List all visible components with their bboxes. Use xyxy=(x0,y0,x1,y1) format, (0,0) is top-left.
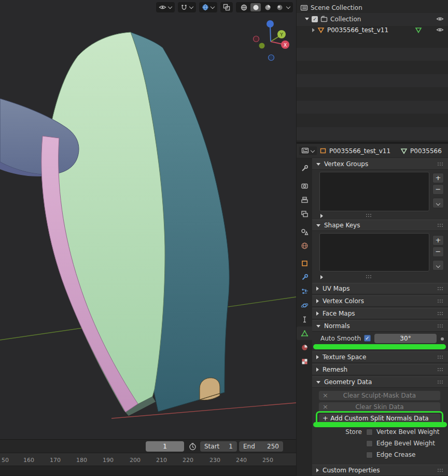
panel-drag-grip[interactable] xyxy=(438,368,444,372)
panel-header-normals[interactable]: Normals xyxy=(312,320,448,332)
mesh-object[interactable] xyxy=(0,32,229,416)
shading-solid-button[interactable] xyxy=(250,3,261,11)
panel-drag-grip[interactable] xyxy=(438,355,444,359)
panel-header-texture-space[interactable]: Texture Space xyxy=(312,351,448,363)
shape-key-add-button[interactable]: + xyxy=(432,235,444,246)
collection-row[interactable]: ✓ Collection xyxy=(297,13,448,24)
shading-dropdown[interactable] xyxy=(286,5,290,9)
timeline-editor[interactable]: 1 Start 1 End 250 50 160 170 180 190 200… xyxy=(0,439,296,476)
tab-output[interactable] xyxy=(297,193,312,207)
collection-checkbox[interactable]: ✓ xyxy=(312,16,318,22)
edge-crease-checkbox[interactable] xyxy=(366,452,373,458)
navigation-gizmo[interactable]: Y X xyxy=(254,20,290,61)
panel-drag-grip[interactable] xyxy=(438,299,444,303)
vertex-group-specials-button[interactable] xyxy=(432,198,444,208)
frame-start-field[interactable]: Start 1 xyxy=(200,441,237,452)
panel-header-custom-properties[interactable]: Custom Properties xyxy=(312,465,448,476)
shape-keys-list[interactable] xyxy=(319,233,429,271)
timeline-track[interactable] xyxy=(0,466,296,475)
button-label: Clear Skin Data xyxy=(355,403,403,411)
panel-drag-grip[interactable] xyxy=(438,468,444,472)
vertex-groups-subpanel-toggle[interactable] xyxy=(320,214,323,218)
panel-drag-grip[interactable] xyxy=(438,311,444,316)
tab-particles[interactable] xyxy=(297,284,312,298)
clear-icon: × xyxy=(323,391,328,399)
panel-drag-grip[interactable] xyxy=(438,162,444,166)
clear-sculpt-mask-button[interactable]: × Clear Sculpt-Mask Data xyxy=(318,390,441,401)
vertex-bevel-weight-checkbox[interactable] xyxy=(366,429,373,436)
texture-icon xyxy=(301,358,309,365)
auto-smooth-angle-slider[interactable]: 30° xyxy=(374,334,437,343)
tab-view-layer[interactable] xyxy=(297,207,312,221)
vertex-group-remove-button[interactable]: − xyxy=(432,184,444,195)
tab-object[interactable] xyxy=(297,256,312,270)
gizmo-z[interactable] xyxy=(267,20,274,28)
panel-header-uv-maps[interactable]: UV Maps xyxy=(312,283,448,294)
clear-skin-data-button[interactable]: × Clear Skin Data xyxy=(318,402,441,412)
panel-header-remesh[interactable]: Remesh xyxy=(312,364,448,375)
tab-object-data[interactable] xyxy=(297,327,312,340)
breadcrumb-object[interactable]: P0035566_test_v11 xyxy=(329,147,390,155)
show-gizmos-button[interactable] xyxy=(220,2,233,12)
outliner[interactable]: Scene Collection ✓ Collection P0035566_t… xyxy=(297,0,448,142)
clock-icon xyxy=(189,443,197,451)
orientation-dropdown[interactable] xyxy=(199,2,217,12)
auto-smooth-checkbox[interactable]: ✓ xyxy=(364,335,371,342)
panel-drag-grip[interactable] xyxy=(438,380,444,384)
current-frame-field[interactable]: 1 xyxy=(146,441,184,452)
tab-material[interactable] xyxy=(297,341,312,354)
eye-icon[interactable] xyxy=(436,16,444,22)
snapping-dropdown[interactable] xyxy=(178,2,196,12)
panel-header-vertex-colors[interactable]: Vertex Colors xyxy=(312,295,448,307)
breadcrumb-data-part[interactable]: P0035566 xyxy=(400,147,442,155)
keyframe-decorator-dot[interactable] xyxy=(441,337,444,341)
timeline-ruler[interactable]: 50 160 170 180 190 200 210 220 230 240 2… xyxy=(0,453,296,466)
tab-tool[interactable] xyxy=(297,161,312,175)
solid-sphere-icon xyxy=(253,4,259,11)
tab-modifiers[interactable] xyxy=(297,270,312,284)
gizmo-neg-z[interactable] xyxy=(269,55,274,61)
shading-material-button[interactable] xyxy=(262,3,273,11)
panel-header-shape-keys[interactable]: Shape Keys xyxy=(312,220,448,231)
wrench-icon xyxy=(301,274,309,281)
tab-texture[interactable] xyxy=(297,355,312,368)
editor-type-dropdown[interactable] xyxy=(299,146,317,155)
scene-collection-icon xyxy=(300,4,308,11)
tab-physics[interactable] xyxy=(297,298,312,312)
panel-header-face-maps[interactable]: Face Maps xyxy=(312,308,448,319)
tab-world[interactable] xyxy=(297,239,312,252)
tab-scene[interactable] xyxy=(297,225,312,238)
tab-render[interactable] xyxy=(297,179,312,193)
vertex-group-add-button[interactable]: + xyxy=(432,173,444,183)
panel-drag-grip[interactable] xyxy=(438,287,444,291)
panel-header-geometry-data[interactable]: Geometry Data xyxy=(312,376,448,388)
disclosure-icon[interactable] xyxy=(312,28,315,32)
panel-resize-grip[interactable] xyxy=(366,275,372,279)
edge-bevel-weight-checkbox[interactable] xyxy=(366,440,373,447)
gizmo-neg-y[interactable] xyxy=(259,43,265,49)
panel-resize-grip[interactable] xyxy=(366,213,372,217)
panel-drag-grip[interactable] xyxy=(438,324,444,328)
scene-collection-label: Scene Collection xyxy=(311,4,362,11)
frame-end-field[interactable]: End 250 xyxy=(239,441,283,452)
shape-keys-subpanel-toggle[interactable] xyxy=(320,275,323,279)
gizmo-neg-x[interactable] xyxy=(254,36,259,42)
vertex-groups-list[interactable] xyxy=(319,172,429,211)
eye-icon[interactable] xyxy=(436,27,444,33)
panel-drag-grip[interactable] xyxy=(438,223,444,227)
shape-key-specials-button[interactable] xyxy=(432,260,444,270)
3d-viewport[interactable]: Y X xyxy=(0,0,296,439)
ruler-tick: 240 xyxy=(236,457,247,464)
magnet-icon xyxy=(180,4,188,11)
panel-header-vertex-groups[interactable]: Vertex Groups xyxy=(312,158,448,170)
visibility-dropdown[interactable] xyxy=(156,2,175,12)
shading-wireframe-button[interactable] xyxy=(239,3,249,11)
shape-key-remove-button[interactable]: − xyxy=(432,247,444,257)
panel-expand-icon xyxy=(316,299,319,303)
tab-constraints[interactable] xyxy=(297,312,312,326)
shading-rendered-button[interactable] xyxy=(274,3,285,11)
object-row[interactable]: P0035566_test_v11 xyxy=(297,24,448,35)
scene-collection-row[interactable]: Scene Collection xyxy=(297,2,448,13)
disclosure-icon[interactable] xyxy=(305,18,309,20)
properties-editor[interactable]: P0035566_test_v11 P0035566 xyxy=(297,144,448,476)
